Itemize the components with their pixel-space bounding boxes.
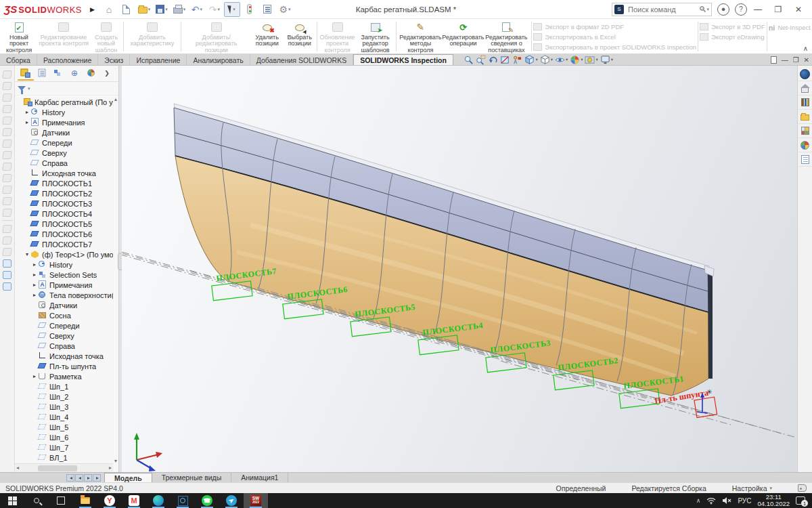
appearances-scenes-tab[interactable] — [798, 138, 812, 152]
task-view-taskbar-icon[interactable] — [49, 493, 73, 508]
language-indicator[interactable]: РУС — [738, 497, 751, 505]
design-library-tab[interactable] — [798, 96, 812, 110]
doc-minimize-button[interactable]: — — [782, 56, 788, 64]
tag-icon[interactable] — [798, 484, 807, 492]
previous-view-icon[interactable] — [488, 55, 498, 65]
manager-tab-propertymanager[interactable] — [34, 67, 50, 81]
gmail-taskbar-icon[interactable]: M — [122, 493, 146, 508]
tree-item[interactable]: Датчики — [16, 300, 113, 310]
surface-tool-icon[interactable] — [2, 174, 12, 182]
surface-tool-icon[interactable] — [2, 209, 12, 217]
wifi-icon[interactable] — [706, 496, 716, 505]
file-explorer-tab[interactable] — [798, 110, 812, 124]
tree-item[interactable]: Сосна — [16, 310, 113, 320]
command-search[interactable]: S 🔍︎ ▾ — [612, 3, 712, 16]
surface-tool-icon[interactable] — [2, 140, 12, 148]
tree-item[interactable]: Шп_5 — [16, 422, 113, 432]
manager-tab-featuremanager[interactable] — [18, 67, 34, 81]
ribbon-button[interactable]: Выбрать позиции — [284, 20, 315, 54]
manager-tab-appearances[interactable] — [83, 67, 99, 81]
tree-item[interactable]: Шп_7 — [16, 442, 113, 452]
display-style-icon[interactable]: ▾ — [540, 55, 553, 65]
surface-tool-icon[interactable] — [2, 248, 12, 256]
tree-item[interactable]: ▸Selection Sets — [16, 270, 113, 280]
tree-item[interactable]: Шп_3 — [16, 402, 113, 412]
surface-tool-icon[interactable] — [2, 151, 12, 159]
home-button[interactable]: ⌂ — [101, 2, 117, 17]
tree-item[interactable]: Справа — [16, 341, 113, 351]
help-icon[interactable]: ? — [735, 3, 747, 16]
boat-hull-model[interactable]: ПЛОСКОСТЬ7ПЛОСКОСТЬ6ПЛОСКОСТЬ5ПЛОСКОСТЬ4… — [122, 66, 797, 472]
tree-expand-icon[interactable]: ▸ — [31, 373, 38, 379]
custom-status[interactable]: Настройка▾ — [732, 484, 772, 492]
tree-item[interactable]: ПЛОСКОСТЬ7 — [16, 239, 113, 249]
solidworks-resources-tab[interactable] — [798, 67, 812, 81]
display-pane-button[interactable] — [259, 2, 275, 17]
view-settings-icon[interactable]: ▾ — [600, 55, 613, 65]
tree-expand-icon[interactable]: ▸ — [24, 119, 30, 125]
tree-item[interactable]: ▸Разметка — [16, 371, 113, 381]
tree-item[interactable]: ▸History — [16, 107, 113, 117]
tree-item[interactable]: Спереди — [16, 137, 113, 148]
tree-item[interactable]: Пл-ть шпунта — [16, 361, 113, 371]
tree-item[interactable]: Шп_1 — [16, 381, 113, 391]
tree-item[interactable]: Карбас регатный (По умолч — [16, 97, 113, 107]
redo-button[interactable]: ↷▾ — [206, 2, 223, 17]
tree-item[interactable]: Сверху — [16, 331, 113, 341]
tree-item[interactable]: ПЛОСКОСТЬ4 — [16, 209, 113, 219]
new-document-button[interactable] — [118, 2, 135, 17]
doc-restore-button[interactable]: ❐ — [793, 56, 799, 64]
rebuild-interrupt-button[interactable] — [242, 2, 258, 17]
tree-item[interactable]: ▸AПримечания — [16, 117, 113, 127]
zoom-area-icon[interactable] — [476, 55, 486, 65]
view-orientation-icon[interactable]: ▾ — [524, 55, 537, 65]
hide-show-items-icon[interactable]: ▾ — [555, 55, 568, 65]
manager-tab-dimxpertmanager[interactable]: ⊕ — [66, 67, 83, 81]
doc-tab-модель[interactable]: Модель — [104, 473, 152, 482]
zoom-fit-icon[interactable] — [464, 55, 474, 65]
whatsapp-taskbar-icon[interactable]: ☎ — [195, 493, 219, 508]
tree-vertical-scrollbar[interactable]: ▲ ▼ — [113, 97, 118, 463]
manager-tab-configurationmanager[interactable] — [50, 67, 66, 81]
edit-appearance-icon[interactable]: ▾ — [570, 55, 583, 65]
minimize-button[interactable]: — — [748, 2, 767, 17]
user-account-icon[interactable]: ⏺ — [717, 3, 729, 16]
volume-muted-icon[interactable] — [722, 496, 731, 505]
tree-item[interactable]: ПЛОСКОСТЬ5 — [16, 219, 113, 229]
surface-tool-icon[interactable] — [2, 93, 12, 102]
ribbon-collapse-icon[interactable]: ∧ — [803, 45, 808, 52]
doc-tab-трехмерные виды[interactable]: Трехмерные виды — [152, 473, 232, 482]
tab-эскиз[interactable]: Эскиз — [98, 54, 130, 65]
tree-item[interactable]: Сверху — [16, 148, 113, 158]
spline-tool-icon[interactable] — [3, 282, 12, 291]
scroll-right-icon[interactable]: ▸ — [109, 465, 112, 471]
tree-item[interactable]: Шп_2 — [16, 391, 113, 402]
surface-tool-icon[interactable] — [2, 70, 12, 79]
search-input[interactable] — [627, 5, 697, 14]
close-button[interactable]: ✕ — [789, 2, 808, 17]
radmin-taskbar-icon[interactable] — [171, 493, 195, 508]
tree-item[interactable]: Исходная точка — [16, 351, 113, 361]
tree-item[interactable]: Датчики — [16, 127, 113, 137]
apply-scene-icon[interactable]: ▾ — [585, 55, 597, 65]
tab-nav-buttons[interactable] — [66, 473, 102, 482]
dynamic-annotation-icon[interactable] — [512, 55, 522, 65]
ribbon-button[interactable]: ⟳Редактировать операции — [443, 20, 482, 54]
print-button[interactable]: ▾ — [171, 2, 187, 17]
tree-item[interactable]: Шп_6 — [16, 432, 113, 442]
tree-item[interactable]: Исходная точка — [16, 168, 113, 178]
tree-item[interactable]: Шп_4 — [16, 412, 113, 422]
menu-expand-arrow-icon[interactable]: ▶ — [90, 6, 95, 13]
notification-center-icon[interactable]: 1 — [796, 496, 805, 505]
tree-item[interactable]: ▸History — [16, 259, 113, 270]
view-palette-tab[interactable] — [798, 124, 812, 138]
surface-tool-icon[interactable] — [2, 128, 12, 136]
tree-expand-icon[interactable]: ▸ — [31, 261, 38, 268]
tray-chevron-icon[interactable]: ∧ — [696, 497, 701, 504]
tree-item[interactable]: ▸Тела поверхности(1 — [16, 290, 113, 300]
options-gear-button[interactable]: ⚙▾ — [277, 2, 293, 17]
scroll-up-icon[interactable]: ▲ — [113, 97, 118, 102]
ribbon-button[interactable]: Удалить позиции — [250, 20, 284, 54]
search-caret-icon[interactable]: ▾ — [706, 7, 709, 12]
tree-item[interactable]: ▾(ф) Теор<1> (По умолча — [16, 249, 113, 259]
